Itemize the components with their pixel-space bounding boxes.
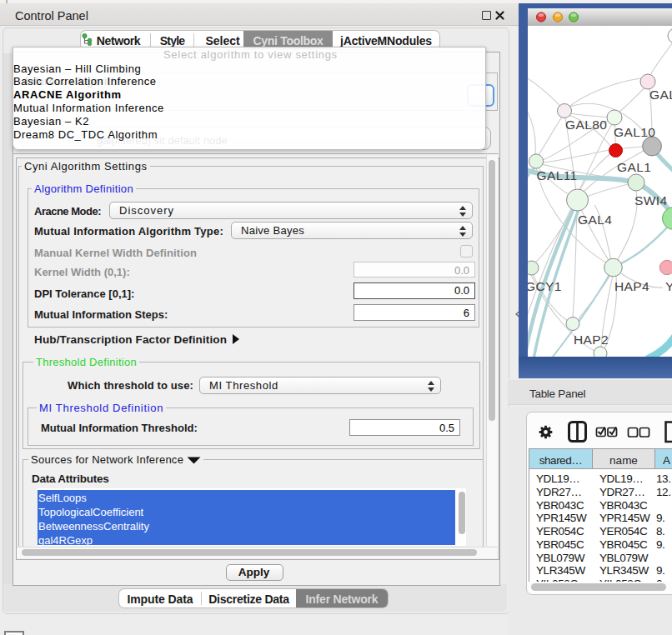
svg-text:GCY1: GCY1 (528, 279, 562, 293)
svg-text:GAL80: GAL80 (565, 118, 607, 132)
svg-text:SWI4: SWI4 (634, 193, 668, 208)
svg-text:YJ: YJ (665, 279, 672, 293)
svg-text:HAP2: HAP2 (574, 332, 609, 347)
svg-text:GAL10: GAL10 (614, 125, 655, 139)
svg-text:HAP4: HAP4 (614, 279, 649, 293)
svg-text:GAL7: GAL7 (649, 88, 672, 102)
svg-text:GAL4: GAL4 (578, 212, 612, 227)
svg-text:GAL1: GAL1 (617, 160, 651, 174)
svg-text:GAL11: GAL11 (537, 168, 578, 182)
